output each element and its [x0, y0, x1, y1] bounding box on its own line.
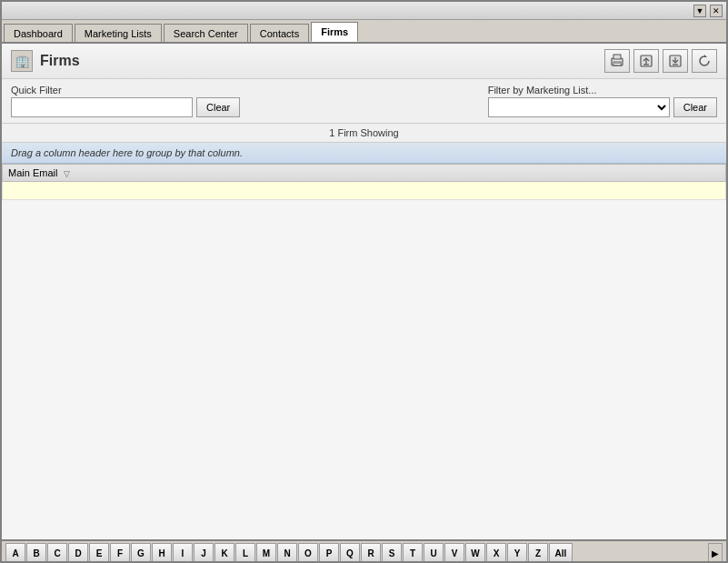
- alpha-btn-v[interactable]: V: [444, 543, 464, 563]
- alpha-btn-n[interactable]: N: [277, 543, 297, 563]
- firms-icon: 🏢: [11, 50, 33, 72]
- alpha-btn-t[interactable]: T: [403, 543, 423, 563]
- svg-marker-11: [704, 55, 707, 57]
- alpha-btn-m[interactable]: M: [256, 543, 276, 563]
- alpha-btn-e[interactable]: E: [89, 543, 109, 563]
- toolbar-button-3[interactable]: [663, 49, 688, 73]
- alpha-btn-x[interactable]: X: [486, 543, 506, 563]
- tab-bar: Dashboard Marketing Lists Search Center …: [2, 20, 726, 44]
- status-bar: 1 Firm Showing: [2, 124, 726, 143]
- svg-rect-3: [614, 63, 620, 64]
- alpha-btn-l[interactable]: L: [235, 543, 255, 563]
- table-row: [3, 182, 726, 200]
- alpha-btn-y[interactable]: Y: [507, 543, 527, 563]
- alpha-btn-q[interactable]: Q: [340, 543, 360, 563]
- alpha-btn-j[interactable]: J: [194, 543, 214, 563]
- alpha-btn-a[interactable]: A: [5, 543, 25, 563]
- data-area: Main Email ▽: [2, 164, 726, 539]
- quick-filter-label-above: Quick Filter: [11, 85, 240, 96]
- alpha-bar: ABCDEFGHIJKLMNOPQRSTUVWXYZAll▶: [2, 539, 726, 563]
- svg-rect-4: [614, 65, 618, 65]
- toolbar-button-2[interactable]: [633, 49, 659, 73]
- alpha-btn-r[interactable]: R: [361, 543, 381, 563]
- refresh-icon: [697, 54, 712, 68]
- svg-rect-1: [613, 55, 621, 59]
- export-icon: [639, 54, 653, 68]
- group-header: Drag a column header here to group by th…: [2, 143, 726, 164]
- tab-contacts[interactable]: Contacts: [250, 24, 309, 42]
- marketing-filter-select[interactable]: [488, 97, 670, 117]
- main-window: 🏢 Firms: [2, 44, 726, 563]
- alpha-btn-h[interactable]: H: [152, 543, 172, 563]
- pin-button[interactable]: ▼: [693, 5, 706, 17]
- title-bar: ▼ ✕: [2, 2, 726, 20]
- data-table: Main Email ▽: [2, 164, 726, 200]
- column-main-email[interactable]: Main Email ▽: [3, 165, 726, 182]
- column-main-email-label: Main Email: [8, 167, 57, 178]
- filter-row: Quick Filter Quick Filter Clear Filter b…: [2, 79, 726, 124]
- alpha-btn-i[interactable]: I: [173, 543, 193, 563]
- alpha-btn-p[interactable]: P: [319, 543, 339, 563]
- alpha-btn-z[interactable]: Z: [528, 543, 548, 563]
- alpha-btn-u[interactable]: U: [424, 543, 444, 563]
- window-header: 🏢 Firms: [2, 44, 726, 79]
- tab-dashboard[interactable]: Dashboard: [4, 24, 73, 42]
- tab-firms[interactable]: Firms: [311, 22, 358, 42]
- quick-filter-input[interactable]: [11, 97, 193, 117]
- close-button[interactable]: ✕: [710, 5, 723, 17]
- alpha-btn-c[interactable]: C: [47, 543, 67, 563]
- alpha-btn-d[interactable]: D: [68, 543, 88, 563]
- status-text: 1 Firm Showing: [329, 127, 398, 138]
- page-title: Firms: [40, 53, 80, 69]
- alpha-btn-o[interactable]: O: [298, 543, 318, 563]
- marketing-filter-label: Filter by Marketing List...: [488, 85, 717, 96]
- cell-main-email: [3, 182, 726, 200]
- alpha-scroll-button[interactable]: ▶: [708, 543, 723, 563]
- alpha-btn-k[interactable]: K: [214, 543, 234, 563]
- toolbar-button-1[interactable]: [604, 49, 630, 73]
- alpha-btn-f[interactable]: F: [110, 543, 130, 563]
- quick-filter-clear-button[interactable]: Clear: [196, 97, 240, 117]
- print-icon: [610, 54, 624, 68]
- marketing-filter-clear-button[interactable]: Clear: [673, 97, 717, 117]
- alpha-btn-all[interactable]: All: [549, 543, 573, 563]
- toolbar-button-4[interactable]: [692, 49, 717, 73]
- tab-marketing-lists[interactable]: Marketing Lists: [75, 24, 162, 42]
- alpha-btn-s[interactable]: S: [382, 543, 402, 563]
- import-icon: [668, 54, 683, 68]
- group-hint-text: Drag a column header here to group by th…: [11, 147, 243, 158]
- tab-search-center[interactable]: Search Center: [164, 24, 248, 42]
- column-filter-icon[interactable]: ▽: [64, 169, 70, 178]
- alpha-btn-b[interactable]: B: [26, 543, 46, 563]
- alpha-btn-w[interactable]: W: [465, 543, 485, 563]
- alpha-btn-g[interactable]: G: [131, 543, 151, 563]
